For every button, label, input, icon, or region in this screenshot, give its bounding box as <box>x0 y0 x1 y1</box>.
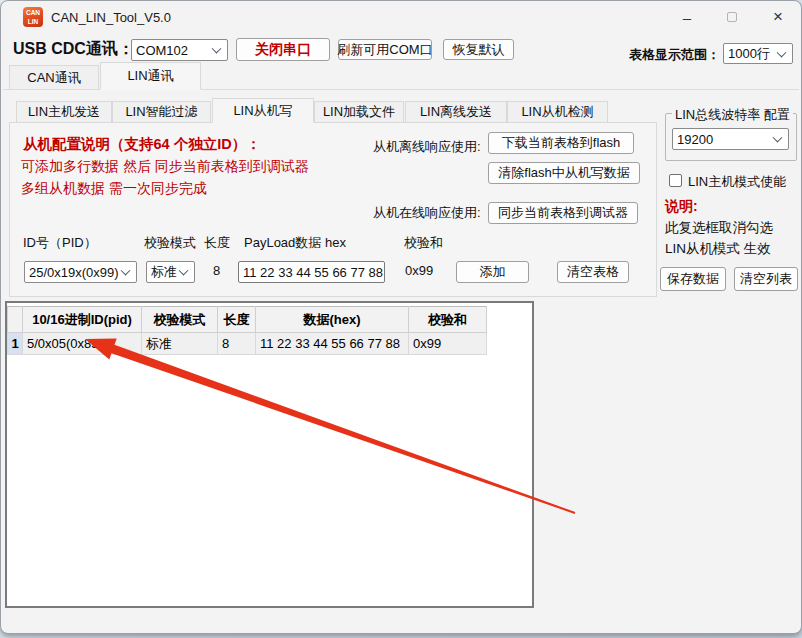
checksum-value: 0x99 <box>405 263 433 278</box>
save-data-button[interactable]: 保存数据 <box>660 267 726 291</box>
chevron-down-icon <box>179 266 189 276</box>
save-data-label: 保存数据 <box>667 270 719 288</box>
table-header-row: 10/16进制ID(pid) 校验模式 长度 数据(hex) 校验和 <box>8 307 487 333</box>
subtab-lin-master-send[interactable]: LIN主机发送 <box>16 101 112 123</box>
check-mode-value: 标准 <box>151 263 177 281</box>
tab-can-comm[interactable]: CAN通讯 <box>9 65 99 90</box>
row-number-header <box>8 307 23 333</box>
restore-default-label: 恢复默认 <box>453 41 505 59</box>
payload-value: 11 22 33 44 55 66 77 88 <box>243 265 383 280</box>
app-logo-icon: CAN LIN <box>23 7 43 27</box>
table-row[interactable]: 1 5/0x05(0x85) 标准 8 11 22 33 44 55 66 77… <box>8 333 487 355</box>
cell-checksum[interactable]: 0x99 <box>409 333 487 355</box>
length-label: 长度 <box>204 234 230 252</box>
chevron-down-icon <box>212 44 222 54</box>
close-icon: × <box>773 7 783 27</box>
cell-mode[interactable]: 标准 <box>142 333 218 355</box>
notice-line2: 可添加多行数据 然后 同步当前表格到到调试器 <box>21 158 309 176</box>
note-line2: LIN从机模式 生效 <box>665 240 771 258</box>
chevron-down-icon <box>773 133 783 143</box>
col-header-id[interactable]: 10/16进制ID(pid) <box>23 307 142 333</box>
col-header-length[interactable]: 长度 <box>218 307 256 333</box>
subtab-label: LIN从机检测 <box>521 103 593 121</box>
sync-debugger-label: 同步当前表格到调试器 <box>498 204 628 222</box>
cell-id[interactable]: 5/0x05(0x85) <box>23 333 142 355</box>
minimize-button[interactable]: – <box>667 4 707 30</box>
master-mode-checkbox[interactable] <box>669 174 682 187</box>
subtab-lin-offline-send[interactable]: LIN离线发送 <box>405 101 507 123</box>
clear-flash-label: 清除flash中从机写数据 <box>498 164 629 182</box>
clear-flash-button[interactable]: 清除flash中从机写数据 <box>488 162 640 184</box>
tab-can-comm-label: CAN通讯 <box>27 69 80 87</box>
clear-list-button[interactable]: 清空列表 <box>734 267 798 291</box>
usb-cdc-label: USB CDC通讯： <box>13 39 134 60</box>
com-port-select[interactable]: COM102 <box>131 39 228 61</box>
com-port-value: COM102 <box>136 43 188 58</box>
window-title: CAN_LIN_Tool_V5.0 <box>51 10 171 25</box>
table-range-select[interactable]: 1000行 <box>723 43 793 64</box>
subtab-lin-slave-detect[interactable]: LIN从机检测 <box>507 101 608 123</box>
title-bar[interactable]: CAN LIN CAN_LIN_Tool_V5.0 – × <box>1 1 801 33</box>
col-header-mode[interactable]: 校验模式 <box>142 307 218 333</box>
subtab-label: LIN主机发送 <box>28 103 100 121</box>
subtab-lin-smart-filter[interactable]: LIN智能过滤 <box>112 101 211 123</box>
baudrate-value: 19200 <box>677 132 713 147</box>
maximize-button[interactable] <box>712 4 752 30</box>
check-mode-select[interactable]: 标准 <box>146 261 195 283</box>
close-serial-button[interactable]: 关闭串口 <box>236 38 330 61</box>
cell-data[interactable]: 11 22 33 44 55 66 77 88 <box>256 333 409 355</box>
payload-label: PayLoad数据 hex <box>244 234 346 252</box>
table-range-label: 表格显示范围： <box>629 46 720 64</box>
note-title: 说明: <box>665 198 698 216</box>
sync-debugger-button[interactable]: 同步当前表格到调试器 <box>488 202 638 224</box>
baudrate-select[interactable]: 19200 <box>672 128 789 150</box>
row-number-cell: 1 <box>8 333 23 355</box>
clear-list-label: 清空列表 <box>740 270 792 288</box>
subtab-lin-slave-write[interactable]: LIN从机写 <box>212 98 314 123</box>
download-flash-label: 下载当前表格到flash <box>502 134 620 152</box>
payload-input[interactable]: 11 22 33 44 55 66 77 88 <box>238 261 385 283</box>
minimize-icon: – <box>683 9 691 26</box>
cell-length[interactable]: 8 <box>218 333 256 355</box>
online-response-label: 从机在线响应使用: <box>373 204 481 222</box>
close-serial-label: 关闭串口 <box>255 41 311 59</box>
chevron-down-icon <box>777 47 787 57</box>
restore-default-button[interactable]: 恢复默认 <box>443 39 514 60</box>
add-button[interactable]: 添加 <box>456 261 529 283</box>
subtab-label: LIN从机写 <box>233 102 292 120</box>
clear-table-label: 清空表格 <box>567 263 619 281</box>
notice-line3: 多组从机数据 需一次同步完成 <box>21 180 207 198</box>
id-pid-label: ID号（PID） <box>23 234 97 252</box>
download-flash-button[interactable]: 下载当前表格到flash <box>488 132 634 154</box>
maximize-icon <box>727 12 737 22</box>
offline-response-label: 从机离线响应使用: <box>373 138 481 156</box>
notice-title: 从机配置说明（支持64 个独立ID）： <box>23 135 261 154</box>
master-mode-label: LIN主机模式使能 <box>688 173 786 191</box>
app-logo-line1: CAN <box>26 8 40 17</box>
slave-data-table[interactable]: 10/16进制ID(pid) 校验模式 长度 数据(hex) 校验和 1 5/0… <box>5 301 534 608</box>
tab-lin-comm-label: LIN通讯 <box>127 67 173 85</box>
id-pid-select[interactable]: 25/0x19x(0x99) <box>24 261 137 283</box>
close-button[interactable]: × <box>758 4 798 30</box>
refresh-com-button[interactable]: 刷新可用COM口 <box>338 39 432 60</box>
app-logo-line2: LIN <box>28 17 38 26</box>
subtab-lin-load-file[interactable]: LIN加载文件 <box>314 101 404 123</box>
app-window: CAN LIN CAN_LIN_Tool_V5.0 – × USB CDC通讯：… <box>0 0 802 634</box>
col-header-data[interactable]: 数据(hex) <box>256 307 409 333</box>
col-header-checksum[interactable]: 校验和 <box>409 307 487 333</box>
tab-lin-comm[interactable]: LIN通讯 <box>100 62 201 90</box>
clear-table-button[interactable]: 清空表格 <box>557 261 629 283</box>
add-label: 添加 <box>480 263 506 281</box>
table-range-value: 1000行 <box>728 45 770 63</box>
check-mode-label: 校验模式 <box>144 234 196 252</box>
refresh-com-label: 刷新可用COM口 <box>337 41 432 59</box>
checksum-label: 校验和 <box>404 234 443 252</box>
subtab-label: LIN智能过滤 <box>125 103 197 121</box>
note-line1: 此复选框取消勾选 <box>665 219 773 237</box>
id-pid-value: 25/0x19x(0x99) <box>29 265 119 280</box>
subtab-label: LIN加载文件 <box>323 103 395 121</box>
chevron-down-icon <box>121 266 131 276</box>
length-value: 8 <box>213 263 220 278</box>
subtab-label: LIN离线发送 <box>420 103 492 121</box>
baudrate-group-title: LIN总线波特率 配置 <box>672 106 793 124</box>
